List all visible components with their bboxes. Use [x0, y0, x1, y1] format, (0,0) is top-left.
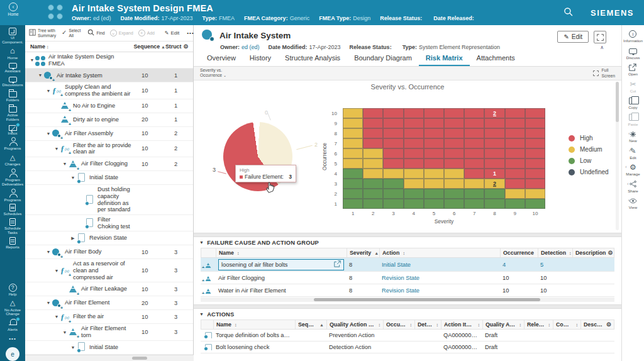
tree-with-summary-button[interactable]: Tree with Summary: [29, 28, 57, 37]
column-header-occurrence[interactable]: Occurrence↕: [501, 248, 538, 257]
sidebar-item-programs[interactable]: Programs: [0, 137, 25, 151]
risk-cell-h[interactable]: [464, 128, 484, 138]
tree-row[interactable]: ▼Initial State: [25, 341, 193, 355]
column-header-severity[interactable]: Severity▲: [347, 248, 380, 257]
risk-cell-h[interactable]: [383, 128, 403, 138]
full-screen-button[interactable]: FullScreen: [593, 68, 615, 78]
select-all-button[interactable]: ✓ Select All: [62, 28, 82, 37]
command-manage[interactable]: ‹⚙Manage: [626, 163, 640, 177]
risk-cell-h[interactable]: [444, 118, 464, 128]
tree-edit-button[interactable]: ✎ Edit: [165, 30, 180, 36]
risk-cell-h[interactable]: [383, 118, 403, 128]
command-open[interactable]: ‹Open: [628, 63, 638, 77]
risk-cell-h[interactable]: [525, 138, 545, 148]
sidebar-item-assistant[interactable]: Assistant: [0, 62, 25, 74]
command-view[interactable]: ‹View: [629, 196, 637, 210]
expand-button[interactable]: ⌄ Expand: [110, 30, 133, 36]
tree-row[interactable]: ▼+Air Filter Element torn103: [25, 324, 193, 340]
risk-cell-h[interactable]: [363, 118, 383, 128]
risk-cell-h[interactable]: [505, 108, 525, 118]
column-header-sequence[interactable]: Sequence▲: [296, 320, 327, 329]
sidebar-item-reports[interactable]: Reports: [0, 237, 25, 250]
sidebar-item-changes[interactable]: △Changes: [0, 153, 25, 167]
flyout-chevron-icon[interactable]: ‹: [629, 148, 630, 153]
risk-cell-h[interactable]: [525, 108, 545, 118]
risk-cell-h[interactable]: [404, 158, 424, 169]
risk-cell-h[interactable]: [424, 128, 444, 138]
column-header-action-item-id[interactable]: Action Item ID↕: [441, 320, 483, 329]
tab-history[interactable]: History: [243, 50, 278, 66]
sidebar-item-inbox[interactable]: Inbox: [0, 124, 25, 136]
risk-cell-h[interactable]: [383, 138, 403, 148]
caret-down-icon[interactable]: ▼: [53, 314, 60, 319]
column-header-quality-action-st[interactable]: Quality Action St...↕: [483, 320, 525, 329]
caret-right-icon[interactable]: ▶: [70, 236, 76, 241]
risk-cell-h[interactable]: [404, 138, 424, 148]
sidebar-item-discussions[interactable]: Discussions: [0, 75, 25, 87]
tree-row[interactable]: ▼+Air Intake System101: [25, 69, 193, 82]
command-share[interactable]: ‹Share: [628, 180, 638, 194]
risk-cell-h[interactable]: [404, 148, 424, 158]
caret-down-icon[interactable]: ▼: [45, 250, 52, 254]
table-settings-gear-icon[interactable]: ⚙: [606, 321, 611, 328]
column-header-icon[interactable]: [201, 320, 214, 329]
risk-cell-m[interactable]: [444, 179, 464, 189]
risk-cell-l[interactable]: [383, 199, 403, 209]
action-link[interactable]: Revision State: [379, 287, 500, 294]
collapse-summary-chevron[interactable]: ∧: [600, 45, 604, 50]
risk-cell-h[interactable]: [505, 138, 525, 148]
risk-cell-m[interactable]: [505, 189, 525, 199]
risk-cell-h[interactable]: [464, 148, 484, 158]
risk-cell-h[interactable]: [505, 179, 525, 189]
actions-table-row[interactable]: Bolt loosening checkDetection ActionQA00…: [201, 342, 614, 353]
risk-cell-h[interactable]: [525, 179, 545, 189]
risk-cell-l[interactable]: [484, 199, 504, 209]
risk-cell-m[interactable]: [343, 128, 363, 138]
risk-cell-h[interactable]: [505, 148, 525, 158]
risk-cell-l[interactable]: [484, 189, 504, 199]
risk-cell-m[interactable]: [383, 169, 403, 179]
flyout-chevron-icon[interactable]: ‹: [628, 131, 630, 136]
tree-row[interactable]: ▼ƒ(x)+Filter the air to provide clean ai…: [25, 141, 193, 157]
search-icon[interactable]: [564, 7, 573, 19]
tree-row[interactable]: Dust holding capacity definition as per …: [25, 185, 193, 215]
column-header-description[interactable]: Description⚙: [573, 248, 614, 257]
risk-cell-h[interactable]: [424, 118, 444, 128]
risk-cell-m[interactable]: [444, 169, 464, 179]
selected-name-cell[interactable]: loosening of air filter bolts: [218, 259, 344, 270]
risk-cell-h[interactable]: [383, 108, 403, 118]
chart-selector-dropdown[interactable]: Severity vs. Occurrence ⌄: [200, 68, 226, 78]
risk-cell-h[interactable]: [383, 158, 403, 169]
action-link[interactable]: Initial State: [379, 262, 500, 268]
risk-cell-l[interactable]: [404, 199, 424, 209]
column-header-description[interactable]: Description⚙: [581, 320, 614, 329]
risk-cell-h[interactable]: [444, 128, 464, 138]
command-new[interactable]: ‹New: [629, 130, 636, 143]
risk-cell-h[interactable]: [444, 108, 464, 118]
table-settings-gear-icon[interactable]: ⚙: [608, 250, 613, 256]
tab-structure-analysis[interactable]: Structure Analysis: [278, 50, 347, 66]
tab-boundary-diagram[interactable]: Boundary Diagram: [347, 50, 419, 66]
actions-table-row[interactable]: Torque definition of bolts as per s...Pr…: [201, 330, 614, 342]
risk-cell-l[interactable]: [404, 189, 424, 199]
caret-down-icon[interactable]: ▼: [45, 131, 52, 136]
command-edit[interactable]: ‹✎Edit: [630, 147, 636, 160]
risk-cell-h[interactable]: [363, 128, 383, 138]
column-header-sequence[interactable]: Sequence▲: [129, 43, 166, 50]
risk-cell-m[interactable]: [363, 169, 383, 179]
tab-risk-matrix[interactable]: Risk Matrix: [419, 50, 470, 66]
risk-cell-l[interactable]: [444, 199, 464, 209]
risk-cell-h[interactable]: [424, 108, 444, 118]
risk-cell-h[interactable]: [424, 148, 444, 158]
find-button[interactable]: Find: [87, 29, 104, 38]
risk-cell-h[interactable]: [424, 138, 444, 148]
risk-cell-l[interactable]: [343, 169, 363, 179]
risk-cell-h[interactable]: [444, 138, 464, 148]
risk-cell-m[interactable]: [343, 118, 363, 128]
action-link[interactable]: Revision State: [379, 275, 500, 281]
risk-cell-l[interactable]: [424, 189, 444, 199]
sidebar-item-programs[interactable]: Programs: [0, 189, 25, 203]
tree-row[interactable]: +No Air to Engine101: [25, 99, 193, 113]
risk-cell-l[interactable]: [505, 199, 525, 209]
risk-cell-l[interactable]: [363, 189, 383, 199]
